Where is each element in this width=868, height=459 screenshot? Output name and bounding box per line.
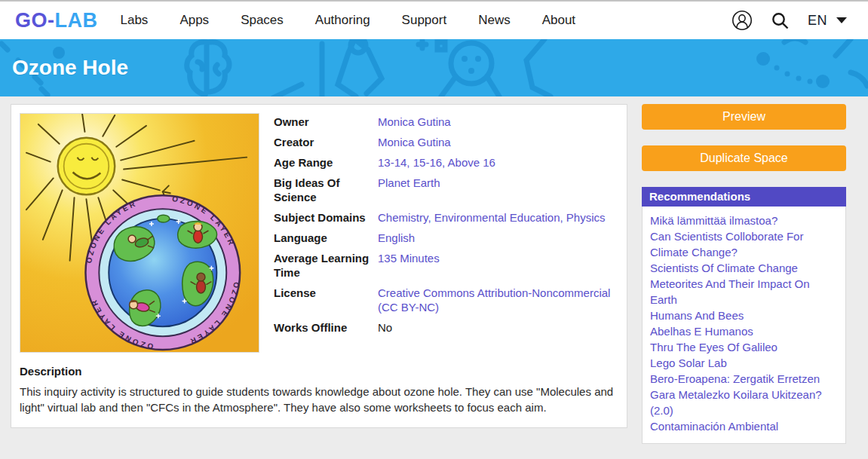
detail-label: Age Range — [274, 155, 378, 170]
detail-row-subject-domains: Subject Domains Chemistry, Environmental… — [274, 210, 621, 225]
detail-row-license: License Creative Commons Attribution-Non… — [274, 286, 621, 314]
detail-row-learning-time: Average Learning Time 135 Minutes — [274, 251, 621, 280]
nav-right-cluster: EN — [732, 10, 847, 31]
content-area: OZONE LAYER OZONE LAYER OZONE LAYER OZON… — [0, 96, 868, 444]
detail-label: License — [274, 286, 378, 314]
subject-domain-links[interactable]: Chemistry, Environmental Education, Phys… — [378, 210, 621, 225]
owner-link[interactable]: Monica Gutina — [378, 115, 621, 129]
age-range-links[interactable]: 13-14, 15-16, Above 16 — [378, 155, 621, 170]
person-icon[interactable] — [732, 10, 753, 31]
language-selector[interactable]: EN — [808, 13, 847, 29]
recommendation-link[interactable]: Can Scientists Colloborate For Climate C… — [650, 228, 838, 260]
nav-item-spaces[interactable]: Spaces — [241, 13, 284, 28]
detail-row-language: Language English — [274, 231, 621, 245]
recommendation-link[interactable]: Meteorites And Their Impact On Earth — [650, 276, 838, 308]
detail-label: Works Offline — [274, 320, 378, 335]
detail-row-big-ideas: Big Ideas Of Science Planet Earth — [274, 176, 621, 204]
language-code: EN — [808, 13, 827, 29]
golab-logo[interactable]: GO-LAB — [15, 9, 98, 32]
recommendation-link[interactable]: Mikä lämmittää ilmastoa? — [650, 213, 838, 228]
detail-label: Subject Domains — [274, 210, 378, 225]
preview-button[interactable]: Preview — [642, 104, 846, 130]
language-link[interactable]: English — [378, 231, 621, 245]
description-section: Description This inquiry activity is str… — [20, 365, 621, 415]
action-sidebar: Preview Duplicate Space Recommendations … — [642, 104, 846, 444]
search-icon[interactable] — [771, 11, 790, 30]
detail-label: Creator — [274, 135, 378, 149]
nav-item-news[interactable]: News — [478, 13, 511, 28]
recommendation-link[interactable]: Contaminación Ambiental — [650, 418, 838, 434]
recommendation-link[interactable]: Scientists Of Climate Change — [650, 260, 838, 276]
recommendations-heading: Recommendations — [642, 187, 846, 207]
detail-label: Big Ideas Of Science — [274, 176, 378, 204]
recommendation-link[interactable]: Abelhas E Humanos — [650, 323, 838, 339]
nav-item-apps[interactable]: Apps — [179, 13, 209, 28]
recommendations-panel: Recommendations Mikä lämmittää ilmastoa?… — [642, 187, 846, 444]
recommendation-link[interactable]: Thru The Eyes Of Galileo — [650, 339, 838, 355]
detail-row-age-range: Age Range 13-14, 15-16, Above 16 — [274, 155, 621, 170]
logo-part-go: GO- — [15, 9, 55, 32]
chevron-down-icon — [836, 17, 847, 23]
description-text: This inquiry activity is structured to g… — [20, 384, 619, 415]
logo-part-lab: LAB — [55, 9, 98, 32]
top-navbar: GO-LAB Labs Apps Spaces Authoring Suppor… — [0, 0, 868, 39]
nav-item-about[interactable]: About — [542, 13, 575, 28]
nav-item-support[interactable]: Support — [402, 13, 447, 28]
nav-item-authoring[interactable]: Authoring — [315, 13, 370, 28]
detail-label: Language — [274, 231, 378, 245]
detail-row-works-offline: Works Offline No — [274, 320, 621, 335]
detail-label: Owner — [274, 115, 378, 129]
space-details-card: OZONE LAYER OZONE LAYER OZONE LAYER OZON… — [11, 104, 627, 428]
duplicate-space-button[interactable]: Duplicate Space — [642, 145, 846, 171]
recommendation-link[interactable]: Humans And Bees — [650, 308, 838, 323]
nav-item-labs[interactable]: Labs — [121, 13, 149, 28]
recommendation-link[interactable]: Lego Solar Lab — [650, 355, 838, 371]
page-header: Ozone Hole — [0, 39, 868, 96]
license-link[interactable]: Creative Commons Attribution-Noncommerci… — [378, 286, 621, 314]
description-heading: Description — [20, 365, 621, 378]
detail-label: Average Learning Time — [274, 251, 378, 280]
detail-row-owner: Owner Monica Gutina — [274, 115, 621, 129]
big-ideas-link[interactable]: Planet Earth — [378, 176, 621, 204]
space-thumbnail-ozone-drawing: OZONE LAYER OZONE LAYER OZONE LAYER OZON… — [20, 113, 259, 353]
creator-link[interactable]: Monica Gutina — [378, 135, 621, 149]
detail-row-creator: Creator Monica Gutina — [274, 135, 621, 149]
main-nav: Labs Apps Spaces Authoring Support News … — [121, 13, 576, 28]
learning-time-link[interactable]: 135 Minutes — [378, 251, 621, 280]
works-offline-value: No — [378, 320, 621, 335]
recommendation-link[interactable]: Bero-Eroapena: Zergatik Erretzen Gara Me… — [650, 371, 838, 418]
page-title: Ozone Hole — [0, 39, 868, 80]
recommendations-list: Mikä lämmittää ilmastoa? Can Scientists … — [642, 207, 846, 444]
metadata-table: Owner Monica Gutina Creator Monica Gutin… — [274, 113, 621, 353]
